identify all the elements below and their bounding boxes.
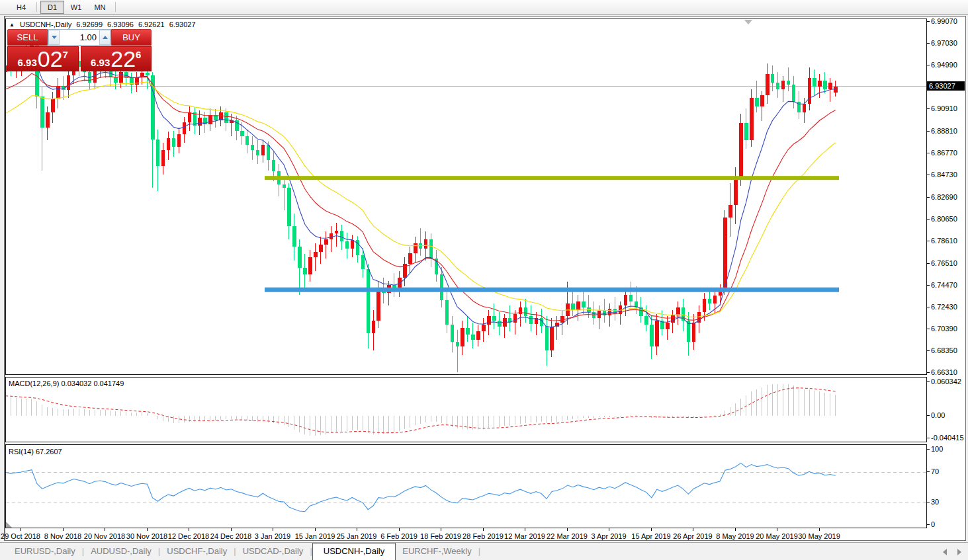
rsi-axis-label-tick [927,502,930,502]
macd-label: MACD(12,26,9) 0.034032 0.041749 [9,380,124,387]
candle-body [345,241,349,249]
scroll-to-end-icon[interactable] [744,20,752,24]
price-axis-label-tick [927,21,930,22]
date-axis-label: 30 May 2019 [789,532,849,540]
volume-increase-button[interactable] [99,30,110,45]
horizontal-level-line-2[interactable] [265,288,839,292]
tab-audusd-daily[interactable]: AUDUSD-,Daily [84,543,158,560]
date-axis-tick [273,528,273,531]
chart-title: ▲ USDCNH-,Daily 6.92699 6.93096 6.92621 … [9,20,198,28]
candles-layer [6,34,838,372]
buy-price-button[interactable]: 6.93 22 6 [81,46,152,71]
candle-body [792,85,796,102]
candle-body [340,231,344,241]
date-axis-tick [483,528,484,531]
date-axis-tick [105,528,105,531]
sell-price-button[interactable]: 6.93 02 7 [7,46,79,71]
macd-indicator-pane[interactable] [5,377,927,442]
price-axis-label-tick [927,307,930,307]
candle-body [739,123,743,177]
price-axis-label-tick [927,108,930,109]
timeframe-button-mn[interactable]: MN [88,1,112,14]
horizontal-level-line-1[interactable] [265,176,839,180]
ohlc-high: 6.93096 [107,20,134,28]
tab-scroll-left-icon[interactable] [943,549,947,555]
candle-body [766,74,770,95]
timeframe-button-h4[interactable]: H4 [9,1,33,14]
candle-body [424,239,428,249]
candle-body [787,81,791,85]
tab-scroll-right-icon[interactable] [957,549,961,555]
buy-button[interactable]: BUY [111,29,152,46]
price-axis-label-tick [927,372,930,373]
rsi-line [6,463,836,511]
price-chart-pane[interactable] [5,19,927,375]
candle-body [834,87,838,93]
candle-body [292,226,296,247]
candle-body [498,321,502,327]
price-axis-label-tick [927,43,930,44]
candle-body [440,274,444,300]
price-axis-label-tick [927,197,930,198]
collapse-triangle-icon[interactable]: ▲ [9,22,15,28]
price-axis-label-tick [927,65,930,65]
candle-body [361,255,365,269]
macd-signal-line [6,388,836,433]
price-axis-label-tick [927,329,930,329]
date-axis-tick [525,528,525,531]
volume-box: 1.00 [48,29,111,46]
candle-body [46,112,50,128]
candle-body [240,131,244,136]
candle-body [314,252,318,257]
tab-scroll-controls [943,549,961,555]
price-axis-label-tick [927,219,930,220]
macd-axis-label-tick [927,381,930,382]
candle-body [272,160,276,172]
candle-body [367,269,371,333]
tab-usdcad-daily[interactable]: USDCAD-,Daily [236,543,310,560]
candle-body [303,268,307,274]
volume-decrease-button[interactable] [48,30,60,45]
candle-body [40,97,44,128]
price-axis-label: 6.84730 [931,171,957,179]
tab-usdchf-daily[interactable]: USDCHF-,Daily [160,543,234,560]
candle-body [156,140,160,167]
date-axis-tick [63,528,64,531]
candle-body [119,72,123,83]
macd-axis-label-tick [927,415,930,416]
candle-body [576,301,580,310]
candle-body [256,150,260,155]
ohlc-open: 6.92699 [76,20,103,28]
rsi-canvas [6,445,927,528]
tab-eurchf-weekly[interactable]: EURCHF-,Weekly [396,543,478,560]
timeframe-button-w1[interactable]: W1 [64,1,88,14]
candle-body [760,95,764,106]
chevron-down-icon [52,36,57,39]
candle-body [287,188,291,226]
price-axis-label: 6.76510 [931,259,957,267]
price-axis-label: 6.78610 [931,237,957,245]
buy-price-pip: 6 [136,49,141,60]
date-axis-tick [147,528,148,531]
date-axis-tick [819,528,820,531]
volume-input[interactable]: 1.00 [60,30,99,45]
toolbar-separator [115,2,116,12]
ohlc-close: 6.93027 [169,20,196,28]
rsi-indicator-pane[interactable] [5,444,927,528]
timeframe-button-d1[interactable]: D1 [40,1,64,14]
candle-body [629,295,633,301]
date-axis-tick [567,528,568,531]
tab-usdcnh-daily[interactable]: USDCNH-,Daily [312,543,396,560]
pane-resize-grip-icon[interactable] [6,522,12,528]
candle-body [476,331,480,340]
date-axis-tick [189,528,189,531]
candle-body [198,118,202,125]
macd-canvas [6,378,927,442]
candle-body [330,233,333,239]
sell-button[interactable]: SELL [7,29,48,46]
price-axis-label: 6.70390 [931,325,957,333]
tab-eurusd-daily[interactable]: EURUSD-,Daily [8,543,82,560]
candle-body [728,205,732,218]
rsi-label: RSI(14) 67.2607 [9,448,62,456]
candle-body [755,98,759,106]
